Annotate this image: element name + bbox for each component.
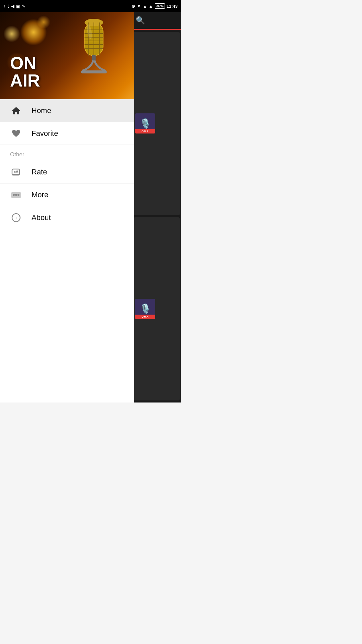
- station-thumbnail-2: 🎙️ OMA: [135, 299, 155, 319]
- rate-label: Rate: [32, 168, 47, 176]
- sidebar-item-about[interactable]: i About: [0, 206, 134, 229]
- more-label: More: [32, 191, 48, 199]
- svg-text:i: i: [15, 215, 17, 220]
- heart-icon: [10, 127, 22, 140]
- status-icons-left: ♪ ♩ ◀ ▣ ✎: [3, 4, 25, 9]
- music-icon: ♪: [3, 4, 6, 9]
- right-header: 🔍: [132, 12, 181, 29]
- station-badge: OMA: [135, 129, 155, 133]
- main-content: 🔍 🎙️ OMA 🎙️ OMA ⏸: [0, 12, 181, 402]
- battery-indicator: 36%: [155, 3, 165, 9]
- status-bar: ♪ ♩ ◀ ▣ ✎ ⊕ ▼ ▲ ▲ 36% 11:43: [0, 0, 181, 12]
- air-text: AIR: [10, 72, 40, 89]
- svg-point-18: [15, 194, 17, 196]
- drawer-banner: ON AIR: [0, 12, 134, 99]
- signal-icon: ▲: [143, 4, 147, 9]
- on-text: ON: [10, 54, 40, 72]
- about-label: About: [32, 213, 51, 222]
- home-icon: [10, 105, 22, 117]
- list-item[interactable]: 🎙️ OMA: [134, 217, 180, 401]
- more-icon: [10, 189, 22, 201]
- search-icon[interactable]: 🔍: [136, 16, 145, 25]
- station-thumbnail: 🎙️ OMA: [135, 113, 155, 133]
- right-panel: 🔍 🎙️ OMA 🎙️ OMA ⏸: [132, 12, 181, 402]
- image-icon: ▣: [16, 4, 20, 9]
- music-icon-2: ♩: [7, 4, 9, 9]
- svg-rect-12: [92, 55, 96, 61]
- sidebar-item-home[interactable]: Home: [0, 99, 134, 122]
- clock: 11:43: [167, 4, 178, 9]
- other-section-header: Other: [0, 145, 134, 161]
- station-badge-2: OMA: [135, 315, 155, 319]
- svg-point-19: [17, 194, 19, 196]
- sidebar-item-more[interactable]: More: [0, 183, 134, 206]
- back-icon: ◀: [11, 4, 14, 9]
- rate-icon: [10, 166, 22, 178]
- svg-point-17: [13, 194, 15, 196]
- wifi-icon: ▼: [137, 4, 141, 9]
- drawer-nav: Home Favorite Other: [0, 99, 134, 402]
- sidebar-item-favorite[interactable]: Favorite: [0, 122, 134, 145]
- microphone-svg: [64, 19, 124, 93]
- status-icons-right: ⊕ ▼ ▲ ▲ 36% 11:43: [131, 3, 178, 9]
- add-circle-icon: ⊕: [131, 4, 135, 9]
- bokeh-2: [3, 25, 20, 42]
- nav-drawer: ON AIR Home: [0, 12, 134, 402]
- svg-rect-11: [81, 70, 107, 73]
- home-label: Home: [32, 106, 51, 115]
- favorite-label: Favorite: [32, 129, 58, 138]
- sidebar-item-rate[interactable]: Rate: [0, 161, 134, 183]
- info-icon: i: [10, 212, 22, 224]
- bokeh-3: [37, 15, 50, 29]
- edit-icon: ✎: [22, 4, 25, 9]
- on-air-text: ON AIR: [10, 54, 40, 89]
- list-item[interactable]: 🎙️ OMA: [134, 32, 180, 215]
- station-list: 🎙️ OMA 🎙️ OMA: [132, 30, 181, 402]
- signal-icon-2: ▲: [149, 4, 153, 9]
